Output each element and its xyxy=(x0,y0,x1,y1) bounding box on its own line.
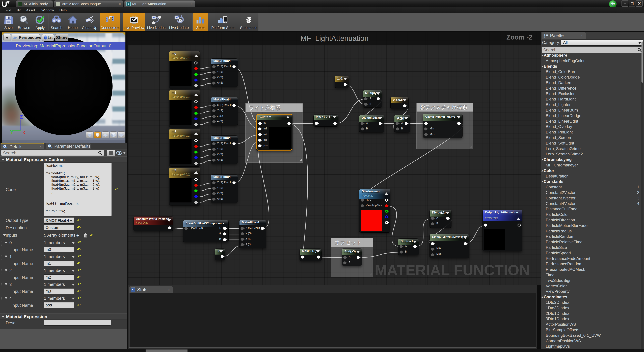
svg-text:Y: Y xyxy=(10,129,14,135)
svg-text:i: i xyxy=(49,145,50,147)
svg-text:X: X xyxy=(22,130,26,135)
svg-text:Z: Z xyxy=(20,115,23,120)
svg-text:i: i xyxy=(4,145,5,148)
